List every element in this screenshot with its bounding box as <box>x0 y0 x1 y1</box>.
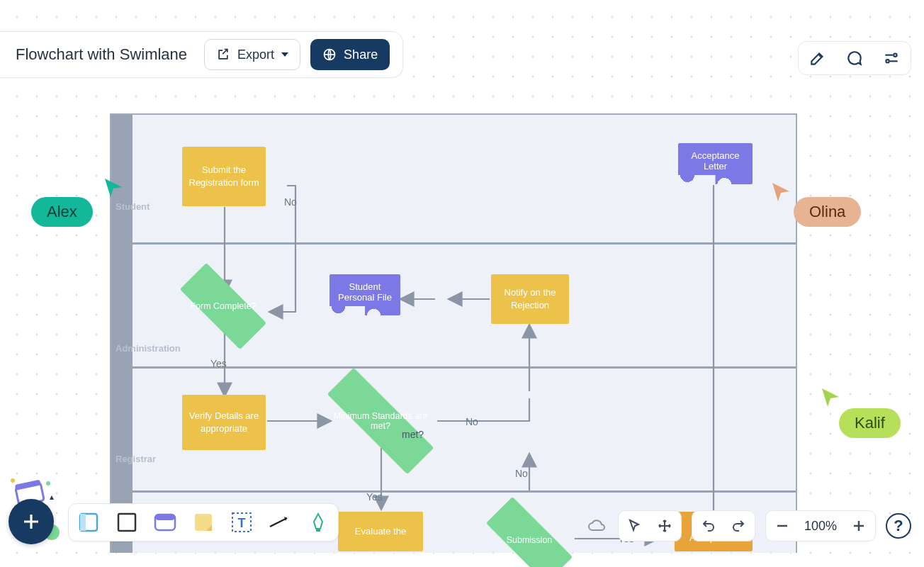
marker-icon <box>310 512 327 533</box>
redo-icon <box>731 518 746 534</box>
svg-point-1 <box>894 54 896 57</box>
node-submission[interactable]: Submission <box>487 512 572 567</box>
palette-rectangle[interactable] <box>114 510 140 535</box>
question-icon: ? <box>894 517 903 535</box>
collaborator-pill-olina: Olina <box>794 197 861 227</box>
share-button[interactable]: Share <box>310 39 390 70</box>
pointer-mode-group <box>618 510 682 541</box>
minus-icon <box>775 519 789 533</box>
node-min-standards[interactable]: Minimum Standards are met? <box>317 393 444 449</box>
export-button[interactable]: Export <box>204 39 300 70</box>
node-text: Acceptance Letter <box>692 150 740 172</box>
arrow-icon <box>269 515 291 529</box>
share-label: Share <box>344 47 378 62</box>
edge-label-no: No <box>466 416 478 427</box>
undo-icon <box>701 518 716 534</box>
palette-sticky[interactable] <box>191 510 216 535</box>
node-form-complete[interactable]: Form Complete? <box>181 278 266 335</box>
move-icon <box>657 518 672 534</box>
node-text: Verify Details are appropriate <box>188 410 260 434</box>
palette-frame[interactable] <box>76 510 101 535</box>
collaborator-name: Alex <box>47 203 77 221</box>
node-text: Submit the Registration form <box>188 164 260 189</box>
cursor-icon-alex <box>102 176 126 200</box>
pan-tool[interactable] <box>654 515 675 537</box>
node-text: Evaluate the <box>355 525 406 538</box>
lane-divider <box>111 490 796 493</box>
svg-rect-9 <box>118 514 135 531</box>
add-fab[interactable] <box>9 499 54 544</box>
node-evaluate[interactable]: Evaluate the <box>338 512 423 551</box>
lane-label-administration: Administration <box>116 343 181 354</box>
overlay-met-label: met? <box>402 429 424 440</box>
edge-label-yes: Yes <box>366 491 383 503</box>
edge-label-no: No <box>515 468 528 479</box>
node-text: Student Personal File <box>338 281 392 303</box>
node-verify-details[interactable]: Verify Details are appropriate <box>182 395 266 450</box>
bottom-right-controls: 100% ? <box>587 510 911 541</box>
node-text: Submission <box>494 535 565 545</box>
palette-arrow[interactable] <box>267 510 293 535</box>
lane-divider <box>111 242 796 245</box>
title-toolbar: Flowchart with Swimlane Export Share <box>0 31 403 78</box>
lane-label-registrar: Registrar <box>116 454 156 464</box>
cursor-icon-kalif <box>819 386 843 410</box>
node-text: Notify on the Rejection <box>497 286 563 311</box>
collaborator-pill-kalif: Kalif <box>839 408 901 438</box>
comment-icon <box>845 49 864 67</box>
undo-button[interactable] <box>698 515 719 537</box>
cloud-sync-button[interactable] <box>587 515 608 537</box>
edit-button[interactable] <box>806 46 830 70</box>
comment-button[interactable] <box>843 46 867 70</box>
chevron-down-icon <box>281 52 288 57</box>
card-icon <box>154 513 176 532</box>
svg-point-2 <box>886 60 889 62</box>
frame-icon <box>78 512 99 533</box>
svg-rect-11 <box>155 515 175 520</box>
globe-icon <box>322 47 337 62</box>
plus-icon <box>852 519 866 533</box>
document-title[interactable]: Flowchart with Swimlane <box>16 45 187 64</box>
settings-button[interactable] <box>879 46 903 70</box>
zoom-out-button[interactable] <box>772 515 793 537</box>
node-text: Minimum Standards are met? <box>327 411 434 431</box>
node-text: Form Complete? <box>188 301 259 311</box>
svg-rect-15 <box>316 529 320 532</box>
cursor-icon-olina <box>770 180 794 204</box>
edge-label-yes: Yes <box>210 358 227 369</box>
export-icon <box>216 47 230 62</box>
svg-rect-8 <box>80 514 86 531</box>
pointer-icon <box>627 518 643 534</box>
history-group <box>692 510 755 541</box>
svg-point-5 <box>11 478 15 483</box>
collaborator-pill-alex: Alex <box>31 197 93 227</box>
edit-icon <box>808 49 827 67</box>
palette-marker[interactable] <box>305 510 331 535</box>
swimlane-canvas[interactable]: Student Administration Registrar Submit … <box>110 113 797 553</box>
node-notify-rejection[interactable]: Notify on the Rejection <box>491 274 569 324</box>
shape-palette: T <box>68 503 339 541</box>
palette-card[interactable] <box>152 510 178 535</box>
node-acceptance-letter[interactable]: Acceptance Letter <box>678 143 753 184</box>
palette-text[interactable]: T <box>229 510 254 535</box>
text-icon: T <box>231 512 252 533</box>
cloud-icon <box>587 517 608 534</box>
node-submit-form[interactable]: Submit the Registration form <box>182 147 266 206</box>
zoom-level[interactable]: 100% <box>801 519 840 534</box>
sticky-note-icon <box>193 512 213 532</box>
edge-label-no: No <box>284 196 297 208</box>
zoom-group: 100% <box>765 510 876 541</box>
export-label: Export <box>237 47 274 62</box>
collaborator-name: Kalif <box>855 414 885 432</box>
svg-text:T: T <box>238 516 246 530</box>
sliders-icon <box>882 49 901 67</box>
node-student-file[interactable]: Student Personal File <box>329 274 400 315</box>
zoom-in-button[interactable] <box>848 515 869 537</box>
collaborator-name: Olina <box>809 203 845 221</box>
plus-icon <box>21 511 42 532</box>
redo-button[interactable] <box>728 515 749 537</box>
select-tool[interactable] <box>624 515 646 537</box>
svg-point-6 <box>46 481 50 485</box>
rectangle-icon <box>116 512 137 533</box>
help-button[interactable]: ? <box>886 513 911 539</box>
